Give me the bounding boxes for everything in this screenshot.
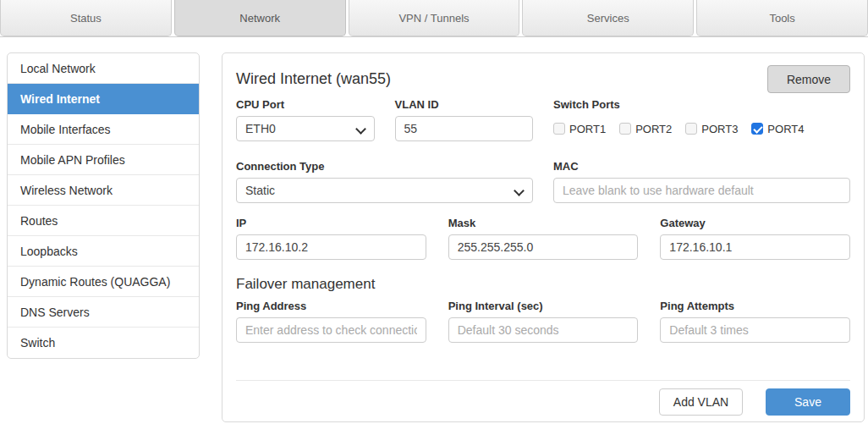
save-button[interactable]: Save [766, 388, 850, 416]
switch-ports-field: Switch Ports PORT1 PORT2 PORT3 [553, 98, 850, 141]
port3-checkbox[interactable] [685, 123, 697, 135]
ping-interval-field: Ping Interval (sec) [448, 300, 639, 343]
gateway-label: Gateway [660, 217, 850, 229]
cpu-port-field: CPU Port ETH0 [236, 98, 375, 141]
gateway-input[interactable] [660, 234, 850, 260]
tab-network[interactable]: Network [174, 0, 346, 36]
top-tab-bar: Status Network VPN / Tunnels Services To… [0, 0, 868, 37]
port1-label: PORT1 [569, 123, 606, 135]
sidebar-item-mobile-interfaces[interactable]: Mobile Interfaces [8, 114, 199, 145]
vlan-id-input[interactable] [395, 116, 534, 141]
add-vlan-button[interactable]: Add VLAN [659, 388, 743, 416]
tab-vpn-tunnels[interactable]: VPN / Tunnels [349, 0, 520, 36]
sidebar-item-dns-servers[interactable]: DNS Servers [8, 297, 199, 328]
ip-input[interactable] [236, 234, 426, 260]
mac-input[interactable] [553, 178, 850, 203]
cpu-port-label: CPU Port [236, 98, 375, 111]
ping-attempts-input[interactable] [660, 317, 850, 343]
mac-field: MAC [553, 160, 850, 203]
ip-label: IP [236, 217, 426, 229]
sidebar-item-wired-internet[interactable]: Wired Internet [8, 84, 199, 114]
mask-input[interactable] [448, 234, 639, 260]
ping-address-input[interactable] [236, 317, 426, 343]
wired-internet-panel: Wired Internet (wan55) Remove CPU Port E… [222, 52, 865, 422]
port2-checkbox-option[interactable]: PORT2 [619, 123, 672, 135]
connection-type-field: Connection Type Static [236, 160, 533, 203]
port4-checkbox-option[interactable]: PORT4 [751, 123, 804, 135]
vlan-id-label: VLAN ID [395, 98, 534, 111]
connection-type-select[interactable]: Static [236, 178, 533, 203]
port4-label: PORT4 [767, 123, 804, 135]
vlan-id-field: VLAN ID [395, 98, 534, 141]
page-title: Wired Internet (wan55) [236, 70, 391, 88]
tab-services[interactable]: Services [522, 0, 694, 36]
gateway-field: Gateway [660, 217, 850, 260]
port4-checkbox[interactable] [751, 123, 763, 135]
switch-ports-label: Switch Ports [553, 98, 850, 111]
panel-header: Wired Internet (wan55) Remove [236, 65, 850, 93]
sidebar-item-mobile-apn-profiles[interactable]: Mobile APN Profiles [8, 145, 199, 175]
port3-label: PORT3 [701, 123, 738, 135]
ping-address-label: Ping Address [236, 300, 426, 312]
port2-label: PORT2 [635, 123, 672, 135]
cpu-port-select[interactable]: ETH0 [236, 116, 375, 141]
sidebar-item-loopbacks[interactable]: Loopbacks [8, 236, 199, 267]
sidebar-nav: Local Network Wired Internet Mobile Inte… [7, 52, 200, 359]
footer-divider [236, 380, 850, 381]
sidebar-item-routes[interactable]: Routes [8, 206, 199, 236]
port1-checkbox[interactable] [553, 123, 565, 135]
connection-type-select-wrap: Static [236, 178, 533, 203]
ping-attempts-label: Ping Attempts [660, 300, 850, 312]
tab-status[interactable]: Status [0, 0, 172, 36]
failover-section-heading: Failover management [236, 275, 850, 293]
remove-button[interactable]: Remove [767, 65, 850, 93]
port3-checkbox-option[interactable]: PORT3 [685, 123, 738, 135]
ping-interval-label: Ping Interval (sec) [448, 300, 639, 312]
mask-label: Mask [448, 217, 639, 229]
sidebar-item-local-network[interactable]: Local Network [8, 53, 199, 84]
router-config-screen: Status Network VPN / Tunnels Services To… [0, 0, 868, 424]
switch-ports-group: PORT1 PORT2 PORT3 PORT4 [553, 116, 850, 141]
row-port-vlan-switch: CPU Port ETH0 VLAN ID Switch Ports PORT [236, 98, 850, 141]
ping-interval-input[interactable] [448, 317, 639, 343]
cpu-port-select-wrap: ETH0 [236, 116, 375, 141]
connection-type-label: Connection Type [236, 160, 533, 173]
mask-field: Mask [448, 217, 639, 260]
tab-tools[interactable]: Tools [696, 0, 868, 36]
port1-checkbox-option[interactable]: PORT1 [553, 123, 606, 135]
sidebar-item-switch[interactable]: Switch [8, 328, 199, 358]
row-connection-mac: Connection Type Static MAC [236, 160, 850, 203]
panel-footer: Add VLAN Save [236, 388, 850, 416]
mac-label: MAC [553, 160, 850, 173]
ping-address-field: Ping Address [236, 300, 426, 343]
sidebar-item-dynamic-routes-quagga[interactable]: Dynamic Routes (QUAGGA) [8, 267, 199, 297]
ping-attempts-field: Ping Attempts [660, 300, 850, 343]
row-ip-mask-gateway: IP Mask Gateway [236, 217, 850, 260]
sidebar-item-wireless-network[interactable]: Wireless Network [8, 175, 199, 206]
port2-checkbox[interactable] [619, 123, 631, 135]
ip-field: IP [236, 217, 426, 260]
row-failover: Ping Address Ping Interval (sec) Ping At… [236, 300, 850, 343]
